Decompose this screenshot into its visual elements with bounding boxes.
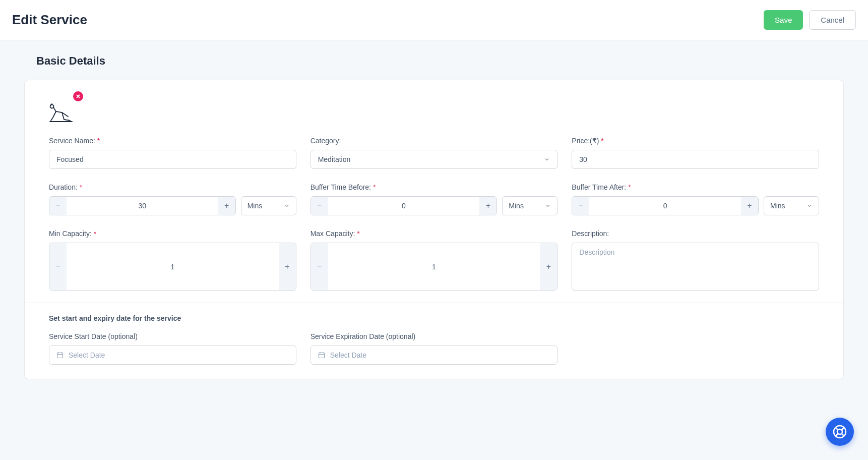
description-label: Description: (572, 229, 819, 238)
description-field: Description: (572, 229, 819, 291)
duration-input[interactable] (67, 197, 218, 215)
close-icon (76, 94, 81, 99)
buffer-before-label: Buffer Time Before: * (311, 183, 558, 191)
category-field: Category: Meditation (311, 137, 558, 169)
buffer-after-increment[interactable]: + (741, 197, 758, 215)
start-date-field: Service Start Date (optional) Select Dat… (49, 332, 296, 365)
buffer-before-stepper: − + (311, 196, 498, 215)
description-input[interactable] (572, 243, 819, 291)
help-button[interactable] (826, 418, 854, 446)
category-value: Meditation (318, 155, 351, 163)
svg-rect-2 (319, 353, 324, 358)
chevron-down-icon (807, 203, 813, 209)
price-field: Price:(₹) * (572, 137, 819, 169)
buffer-after-unit-select[interactable]: Mins (764, 196, 819, 215)
category-label: Category: (311, 137, 558, 145)
buffer-after-stepper: − + (572, 196, 759, 215)
max-capacity-input[interactable] (328, 243, 540, 290)
min-capacity-label: Min Capacity: * (49, 229, 296, 238)
duration-field: Duration: * − + Mins (49, 183, 296, 215)
chevron-down-icon (284, 203, 290, 209)
duration-label: Duration: * (49, 183, 296, 191)
start-date-label: Service Start Date (optional) (49, 332, 296, 340)
service-name-input[interactable] (49, 150, 296, 169)
duration-unit-select[interactable]: Mins (241, 196, 296, 215)
min-capacity-stepper: − + (49, 243, 296, 291)
category-select[interactable]: Meditation (311, 150, 558, 169)
buffer-before-input[interactable] (328, 197, 480, 215)
min-capacity-increment[interactable]: + (279, 243, 296, 290)
section-title: Basic Details (24, 54, 844, 68)
basic-details-card: Service Name: * Category: Meditation Pri… (24, 80, 844, 379)
date-grid: Service Start Date (optional) Select Dat… (49, 332, 819, 365)
min-capacity-decrement[interactable]: − (49, 243, 67, 290)
max-capacity-decrement[interactable]: − (311, 243, 328, 290)
svg-rect-1 (57, 353, 63, 358)
min-capacity-input[interactable] (67, 243, 279, 290)
buffer-after-label: Buffer Time After: * (572, 183, 819, 191)
lifebuoy-icon (833, 425, 847, 439)
buffer-after-field: Buffer Time After: * − + Mins (572, 183, 819, 215)
max-capacity-stepper: − + (311, 243, 558, 291)
min-capacity-field: Min Capacity: * − + (49, 229, 296, 291)
price-label: Price:(₹) * (572, 137, 819, 145)
chevron-down-icon (545, 203, 551, 209)
buffer-after-decrement[interactable]: − (572, 197, 589, 215)
calendar-icon (318, 352, 325, 359)
buffer-before-increment[interactable]: + (479, 197, 497, 215)
max-capacity-increment[interactable]: + (540, 243, 557, 290)
max-capacity-field: Max Capacity: * − + (311, 229, 558, 291)
expiration-date-label: Service Expiration Date (optional) (311, 332, 558, 340)
expiration-date-field: Service Expiration Date (optional) Selec… (311, 332, 558, 365)
buffer-before-unit-select[interactable]: Mins (502, 196, 557, 215)
duration-increment[interactable]: + (218, 197, 235, 215)
content-area: Basic Details (0, 40, 868, 393)
yoga-stretch-icon (49, 102, 73, 123)
service-name-field: Service Name: * (49, 137, 296, 169)
start-date-input[interactable]: Select Date (49, 346, 296, 365)
card-main-fields: Service Name: * Category: Meditation Pri… (25, 80, 843, 303)
date-section: Set start and expiry date for the servic… (25, 303, 843, 379)
date-section-title: Set start and expiry date for the servic… (49, 314, 819, 322)
price-input[interactable] (572, 150, 819, 169)
chevron-down-icon (544, 156, 550, 162)
expiration-date-input[interactable]: Select Date (311, 346, 558, 365)
service-name-label: Service Name: * (49, 137, 296, 145)
duration-stepper: − + (49, 196, 236, 215)
max-capacity-label: Max Capacity: * (311, 229, 558, 238)
remove-image-button[interactable] (73, 91, 83, 101)
cancel-button[interactable]: Cancel (809, 10, 856, 30)
header-actions: Save Cancel (764, 10, 856, 30)
service-image-upload[interactable] (49, 94, 77, 123)
form-grid: Service Name: * Category: Meditation Pri… (49, 137, 819, 291)
duration-decrement[interactable]: − (49, 197, 67, 215)
buffer-before-field: Buffer Time Before: * − + Mins (311, 183, 558, 215)
buffer-after-input[interactable] (589, 197, 741, 215)
buffer-before-decrement[interactable]: − (311, 197, 328, 215)
save-button[interactable]: Save (764, 10, 803, 30)
page-title: Edit Service (12, 12, 87, 28)
calendar-icon (56, 352, 64, 359)
page-header: Edit Service Save Cancel (0, 0, 868, 40)
